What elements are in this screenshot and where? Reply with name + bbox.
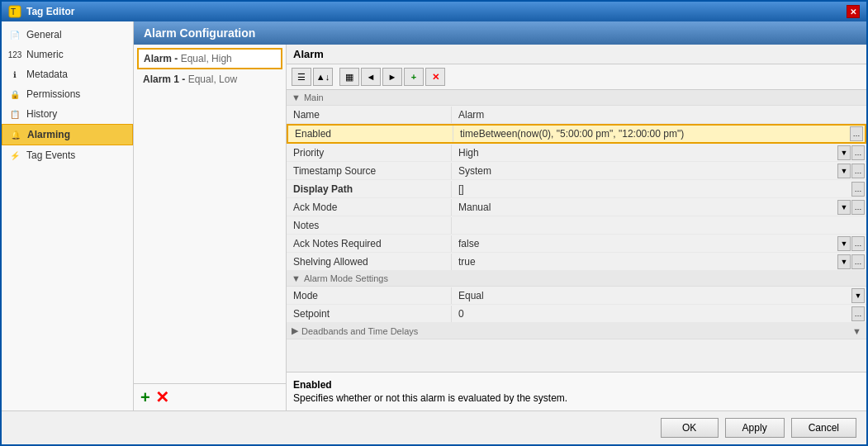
prop-edit-ack-mode[interactable]: …	[851, 200, 865, 215]
prop-name-shelving-allowed: Shelving Allowed	[287, 254, 452, 270]
prop-edit-setpoint[interactable]: …	[851, 306, 865, 321]
window-title: Tag Editor	[26, 6, 74, 17]
tag-events-icon: ⚡	[8, 149, 21, 162]
section-header-main[interactable]: ▼Main	[287, 90, 866, 106]
sidebar-item-label-tag-events: Tag Events	[26, 149, 75, 161]
alarm-toolbar: ☰ ▲↓ ▦ ◄ ► + ✕	[287, 64, 866, 90]
toolbar-add-button[interactable]: +	[404, 68, 424, 86]
alarm-list-item-alarm1[interactable]: Alarm - Equal, High	[137, 48, 282, 69]
alarm-mode-settings-collapse-icon: ▼	[292, 273, 301, 283]
sidebar-item-label-history: History	[26, 108, 57, 120]
section-header-deadbands[interactable]: ▶Deadbands and Time Delays▼	[287, 323, 866, 339]
sidebar-item-numeric[interactable]: 123Numeric	[2, 45, 133, 64]
prop-value-name: Alarm	[452, 107, 865, 123]
alarm-name-alarm2: Alarm 1 -	[143, 74, 188, 85]
prop-value-notes	[452, 223, 865, 228]
prop-edit-display-path[interactable]: …	[851, 182, 865, 197]
prop-value-shelving-allowed: true	[452, 254, 837, 270]
prop-name-ack-mode: Ack Mode	[287, 199, 452, 216]
alarm-list-panel: Alarm - Equal, HighAlarm 1 - Equal, Low …	[134, 45, 287, 410]
description-title: Enabled	[293, 379, 860, 391]
sidebar-item-label-general: General	[26, 29, 62, 40]
alarm-detail-panel: Alarm ☰ ▲↓ ▦ ◄ ► + ✕ ▼M	[287, 45, 866, 410]
apply-button[interactable]: Apply	[725, 418, 785, 438]
prop-row-notes[interactable]: Notes	[287, 216, 866, 235]
prop-value-priority: High	[452, 145, 837, 161]
remove-alarm-button[interactable]: ✕	[155, 389, 169, 406]
prop-edit-enabled[interactable]: …	[850, 126, 863, 141]
alarm-detail-header: Alarm	[287, 45, 866, 64]
sidebar-item-label-alarming: Alarming	[27, 129, 70, 140]
alarm-list-footer: + ✕	[134, 383, 286, 410]
sidebar-item-label-permissions: Permissions	[26, 88, 80, 100]
add-alarm-button[interactable]: +	[140, 389, 150, 406]
prop-dropdown-ack-notes-required[interactable]: ▼	[837, 236, 851, 251]
history-icon: 📋	[8, 107, 21, 121]
title-bar-left: T Tag Editor	[8, 5, 74, 18]
title-bar: T Tag Editor ✕	[2, 2, 866, 21]
sidebar-item-history[interactable]: 📋History	[2, 104, 133, 124]
deadbands-expand-icon[interactable]: ▼	[852, 326, 861, 336]
prop-value-enabled: timeBetween(now(0), "5:00:00 pm", "12:00…	[453, 126, 850, 142]
prop-controls-enabled: …	[850, 126, 865, 141]
prop-dropdown-ack-mode[interactable]: ▼	[837, 200, 851, 215]
sidebar-item-alarming[interactable]: 🔔Alarming	[2, 124, 133, 145]
ok-button[interactable]: OK	[661, 418, 719, 438]
prop-row-enabled[interactable]: EnabledtimeBetween(now(0), "5:00:00 pm",…	[287, 124, 866, 144]
sidebar-item-metadata[interactable]: ℹMetadata	[2, 64, 133, 84]
prop-value-timestamp-source: System	[452, 163, 837, 179]
sidebar-item-general[interactable]: 📄General	[2, 25, 133, 45]
main-window: T Tag Editor ✕ 📄General123NumericℹMetada…	[0, 0, 868, 446]
right-panel: Alarm Configuration Alarm - Equal, HighA…	[134, 21, 866, 410]
prop-row-ack-mode[interactable]: Ack ModeManual▼…	[287, 198, 866, 216]
sidebar-item-permissions[interactable]: 🔒Permissions	[2, 84, 133, 104]
alarm-list-item-alarm2[interactable]: Alarm 1 - Equal, Low	[137, 69, 282, 89]
prop-name-name: Name	[287, 107, 452, 123]
toolbar-list-view-button[interactable]: ☰	[292, 68, 311, 86]
prop-edit-shelving-allowed[interactable]: …	[851, 254, 865, 269]
prop-row-name[interactable]: NameAlarm	[287, 106, 866, 124]
prop-row-setpoint[interactable]: Setpoint0…	[287, 305, 866, 323]
toolbar-move-left-button[interactable]: ◄	[361, 68, 381, 86]
prop-row-priority[interactable]: PriorityHigh▼…	[287, 144, 866, 162]
prop-dropdown-timestamp-source[interactable]: ▼	[837, 164, 851, 178]
prop-row-mode[interactable]: ModeEqual▼	[287, 287, 866, 305]
prop-value-ack-notes-required: false	[452, 235, 837, 252]
prop-value-display-path: []	[452, 181, 851, 197]
prop-name-notes: Notes	[287, 217, 452, 234]
prop-name-ack-notes-required: Ack Notes Required	[287, 235, 452, 252]
sidebar-item-tag-events[interactable]: ⚡Tag Events	[2, 145, 133, 165]
alarm-config-header: Alarm Configuration	[134, 21, 866, 45]
alarm-list: Alarm - Equal, HighAlarm 1 - Equal, Low	[134, 45, 286, 383]
main-content: 📄General123NumericℹMetadata🔒Permissions📋…	[2, 21, 866, 410]
numeric-icon: 123	[8, 48, 21, 61]
prop-row-timestamp-source[interactable]: Timestamp SourceSystem▼…	[287, 162, 866, 180]
prop-value-ack-mode: Manual	[452, 199, 837, 216]
alarm-properties: ▼MainNameAlarmEnabledtimeBetween(now(0),…	[287, 90, 866, 372]
prop-dropdown-priority[interactable]: ▼	[837, 145, 851, 160]
section-label-deadbands: Deadbands and Time Delays	[301, 326, 418, 336]
prop-row-ack-notes-required[interactable]: Ack Notes Requiredfalse▼…	[287, 235, 866, 253]
permissions-icon: 🔒	[8, 88, 21, 101]
close-button[interactable]: ✕	[847, 5, 860, 18]
prop-row-shelving-allowed[interactable]: Shelving Allowedtrue▼…	[287, 253, 866, 271]
toolbar-move-right-button[interactable]: ►	[382, 68, 402, 86]
prop-controls-mode: ▼	[851, 288, 866, 303]
sidebar-item-label-numeric: Numeric	[26, 49, 64, 60]
prop-name-setpoint: Setpoint	[287, 306, 452, 322]
prop-row-display-path[interactable]: Display Path[]…	[287, 180, 866, 198]
cancel-button[interactable]: Cancel	[791, 418, 856, 438]
toolbar-sort-button[interactable]: ▲↓	[313, 68, 333, 86]
prop-edit-priority[interactable]: …	[851, 145, 865, 160]
toolbar-remove-button[interactable]: ✕	[425, 68, 445, 86]
toolbar-grid-button[interactable]: ▦	[339, 68, 359, 86]
prop-controls-timestamp-source: ▼…	[837, 164, 866, 178]
prop-controls-setpoint: …	[851, 306, 866, 321]
section-header-alarm-mode-settings[interactable]: ▼Alarm Mode Settings	[287, 271, 866, 287]
prop-dropdown-shelving-allowed[interactable]: ▼	[837, 254, 851, 269]
prop-dropdown-mode[interactable]: ▼	[851, 288, 865, 303]
prop-edit-ack-notes-required[interactable]: …	[851, 236, 865, 251]
prop-edit-timestamp-source[interactable]: …	[851, 164, 865, 178]
sidebar: 📄General123NumericℹMetadata🔒Permissions📋…	[2, 21, 134, 410]
prop-name-enabled: Enabled	[288, 126, 453, 142]
